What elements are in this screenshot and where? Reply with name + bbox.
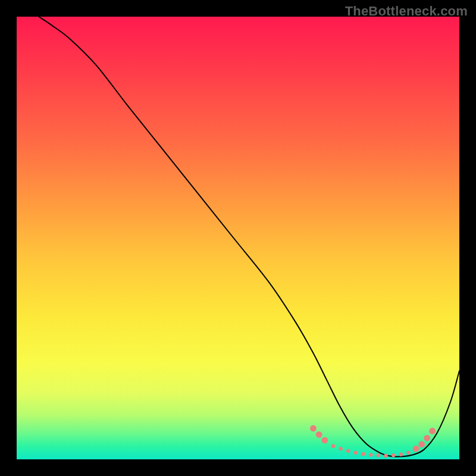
trough-marker	[321, 437, 328, 444]
trough-marker	[406, 451, 410, 455]
watermark-text: TheBottleneck.com	[345, 4, 468, 19]
chart-frame: TheBottleneck.com	[0, 0, 476, 476]
trough-marker	[399, 453, 403, 456]
trough-marker	[424, 435, 430, 441]
trough-marker	[377, 453, 380, 457]
plot-area	[17, 17, 459, 459]
trough-markers	[310, 425, 436, 458]
trough-marker	[361, 452, 365, 456]
trough-marker	[392, 453, 395, 457]
trough-marker	[413, 446, 419, 452]
trough-marker	[429, 428, 436, 434]
bottleneck-curve	[39, 17, 459, 457]
trough-marker	[418, 441, 425, 447]
trough-marker	[310, 425, 317, 432]
trough-marker	[331, 444, 335, 447]
trough-marker	[369, 453, 372, 456]
trough-marker	[354, 451, 358, 455]
trough-marker	[339, 447, 342, 450]
trough-marker	[316, 431, 322, 438]
trough-marker	[346, 449, 350, 453]
trough-marker	[384, 454, 387, 458]
chart-svg	[17, 17, 459, 459]
